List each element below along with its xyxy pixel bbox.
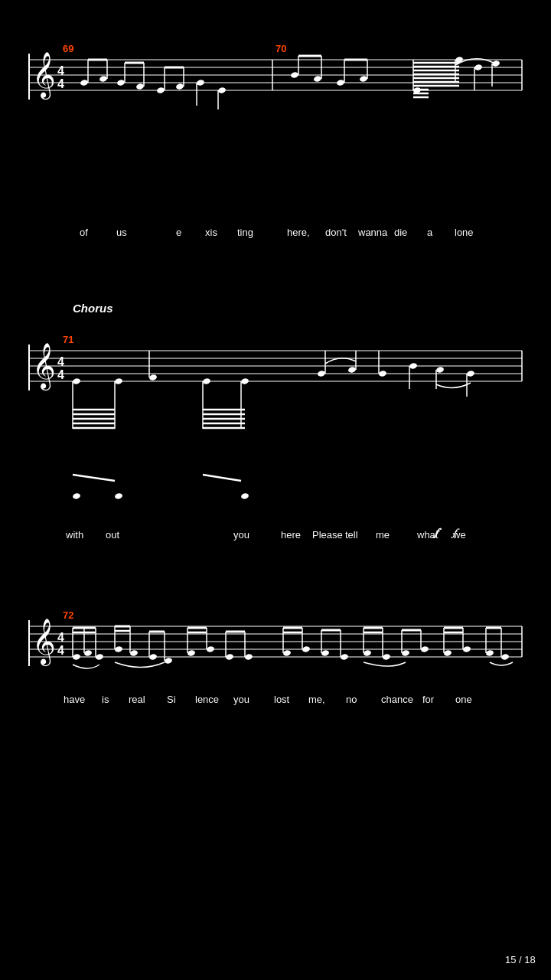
measure-72: 72 [63, 609, 73, 621]
svg-text:4: 4 [57, 64, 64, 77]
staff-section1: 𝄞 4 4 69 70 [29, 43, 522, 109]
lyric-tell: tell [345, 529, 358, 541]
svg-point-55 [474, 64, 482, 70]
lyric-we: we [452, 529, 466, 541]
svg-point-148 [282, 649, 291, 656]
svg-text:𝄞: 𝄞 [32, 619, 56, 667]
lyric-si: Si [167, 694, 176, 705]
lyric-real: real [129, 694, 145, 705]
svg-line-91 [73, 475, 115, 481]
svg-text:4: 4 [57, 631, 64, 644]
svg-point-16 [116, 79, 125, 86]
svg-point-118 [72, 653, 80, 660]
lyric-lost: lost [274, 694, 290, 705]
music-notation-svg: 𝄞 4 4 69 70 [0, 0, 551, 980]
lyric-have: have [64, 694, 85, 705]
svg-point-30 [290, 71, 298, 78]
lyric-out: out [106, 529, 119, 541]
svg-point-69 [72, 377, 80, 384]
svg-point-139 [206, 645, 214, 652]
svg-point-78 [148, 374, 157, 381]
svg-point-165 [401, 649, 409, 656]
lyric-us: us [116, 227, 127, 238]
svg-text:𝄞: 𝄞 [32, 343, 56, 391]
lyric-die: die [394, 227, 407, 238]
svg-text:4: 4 [57, 644, 64, 657]
lyric-dont: don't [325, 227, 347, 238]
svg-point-35 [336, 79, 344, 86]
lyric-chance: chance [381, 694, 413, 705]
svg-point-156 [340, 653, 348, 660]
svg-point-80 [202, 377, 210, 384]
lyric-me: me, [308, 694, 325, 705]
svg-point-89 [72, 492, 80, 499]
lyric-here: here [281, 529, 301, 541]
svg-point-154 [321, 649, 329, 656]
svg-point-161 [382, 653, 390, 660]
lyric-here: here, [287, 227, 310, 238]
svg-point-137 [187, 649, 195, 656]
measure-69: 69 [63, 43, 73, 54]
svg-point-126 [114, 645, 122, 652]
svg-line-93 [203, 475, 241, 481]
svg-point-71 [114, 377, 122, 384]
svg-text:𝄞: 𝄞 [32, 52, 56, 100]
lyric-of: of [80, 227, 88, 238]
svg-point-90 [114, 492, 122, 499]
svg-point-94 [317, 370, 325, 377]
svg-point-178 [500, 653, 509, 660]
svg-point-167 [420, 645, 429, 652]
svg-point-145 [244, 653, 253, 660]
lyric-a: a [427, 227, 433, 238]
svg-point-122 [95, 653, 103, 660]
svg-point-176 [485, 649, 494, 656]
svg-point-11 [80, 79, 88, 86]
lyric-lone: lone [455, 227, 474, 238]
lyric-please: Please [312, 529, 343, 541]
sheet-music-container: 𝄞 4 4 69 70 [0, 0, 551, 980]
svg-point-170 [443, 649, 452, 656]
measure-70: 70 [276, 43, 286, 54]
lyric-ting: ting [237, 227, 253, 238]
svg-point-150 [302, 645, 310, 652]
lyric-e: e [176, 227, 181, 238]
lyric-wanna: wanna [357, 227, 388, 238]
svg-point-21 [156, 87, 165, 93]
svg-point-37 [359, 75, 367, 82]
lyric-is: is [102, 694, 109, 705]
svg-text:4: 4 [57, 355, 64, 368]
svg-point-102 [435, 366, 444, 373]
measure-71: 71 [63, 334, 73, 345]
svg-point-23 [175, 83, 184, 90]
svg-point-26 [196, 79, 204, 86]
svg-point-172 [462, 645, 471, 652]
svg-point-18 [135, 83, 144, 90]
svg-point-92 [240, 492, 249, 499]
svg-point-87 [240, 377, 249, 384]
svg-text:4: 4 [57, 77, 64, 90]
chorus-label: Chorus [73, 302, 113, 315]
svg-point-13 [99, 75, 107, 82]
lyric-with: with [65, 529, 83, 541]
svg-point-120 [83, 649, 92, 656]
lyric-what: what [416, 529, 439, 541]
staff-section2: 𝄞 4 4 71 [29, 334, 522, 538]
lyric-you2: you [233, 694, 249, 705]
lyric-xis: xis [205, 227, 217, 238]
page-number: 15 / 18 [505, 954, 536, 965]
lyric-lence: lence [195, 694, 219, 705]
lyric-one: one [455, 694, 472, 705]
svg-point-98 [378, 370, 386, 377]
svg-point-143 [225, 653, 233, 660]
svg-point-159 [363, 649, 371, 656]
svg-point-32 [313, 75, 321, 82]
lyric-me: me [376, 529, 390, 541]
svg-point-28 [217, 87, 226, 93]
svg-point-132 [148, 653, 157, 660]
svg-text:4: 4 [57, 368, 64, 381]
lyric-for: for [422, 694, 435, 705]
lyric-you: you [233, 529, 249, 541]
svg-point-96 [347, 366, 356, 373]
svg-point-134 [164, 657, 172, 664]
svg-point-128 [129, 649, 138, 656]
